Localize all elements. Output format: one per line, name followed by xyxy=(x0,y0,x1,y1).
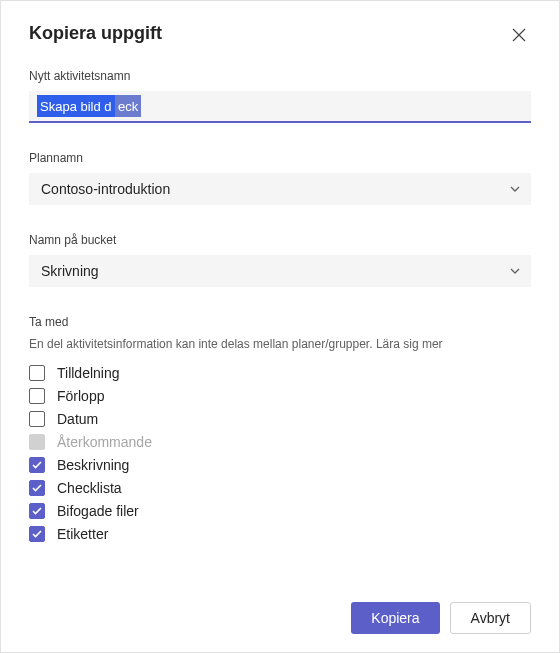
bucket-name-field: Namn på bucket Skrivning xyxy=(29,233,531,287)
bucket-name-value: Skrivning xyxy=(41,263,99,279)
checkbox[interactable] xyxy=(29,480,45,496)
include-option[interactable]: Tilldelning xyxy=(29,365,531,381)
learn-more-link[interactable]: Lära sig mer xyxy=(376,337,443,351)
activity-name-selected-text: Skapa bild d xyxy=(37,95,115,117)
include-option[interactable]: Förlopp xyxy=(29,388,531,404)
include-option: Återkommande xyxy=(29,434,531,450)
bucket-name-select[interactable]: Skrivning xyxy=(29,255,531,287)
include-option[interactable]: Datum xyxy=(29,411,531,427)
chevron-down-icon xyxy=(509,183,521,195)
checkbox[interactable] xyxy=(29,457,45,473)
include-option[interactable]: Bifogade filer xyxy=(29,503,531,519)
include-option-label: Förlopp xyxy=(57,388,104,404)
include-option-label: Datum xyxy=(57,411,98,427)
include-checklist: TilldelningFörloppDatumÅterkommandeBeskr… xyxy=(29,365,531,542)
checkbox[interactable] xyxy=(29,526,45,542)
cancel-button[interactable]: Avbryt xyxy=(450,602,531,634)
include-option-label: Bifogade filer xyxy=(57,503,139,519)
include-option-label: Återkommande xyxy=(57,434,152,450)
include-option-label: Beskrivning xyxy=(57,457,129,473)
activity-name-rest-text: eck xyxy=(115,95,141,117)
include-label: Ta med xyxy=(29,315,531,329)
chevron-down-icon xyxy=(509,265,521,277)
copy-button[interactable]: Kopiera xyxy=(351,602,439,634)
include-section: Ta med En del aktivitetsinformation kan … xyxy=(29,315,531,542)
dialog-footer: Kopiera Avbryt xyxy=(351,602,531,634)
include-option[interactable]: Etiketter xyxy=(29,526,531,542)
include-option-label: Etiketter xyxy=(57,526,108,542)
close-icon xyxy=(511,27,527,43)
close-button[interactable] xyxy=(507,23,531,47)
activity-name-label: Nytt aktivitetsnamn xyxy=(29,69,531,83)
checkbox xyxy=(29,434,45,450)
activity-name-field: Nytt aktivitetsnamn Skapa bild d eck xyxy=(29,69,531,123)
plan-name-label: Plannamn xyxy=(29,151,531,165)
checkbox[interactable] xyxy=(29,411,45,427)
checkbox[interactable] xyxy=(29,503,45,519)
include-option[interactable]: Beskrivning xyxy=(29,457,531,473)
plan-name-field: Plannamn Contoso-introduktion xyxy=(29,151,531,205)
bucket-name-label: Namn på bucket xyxy=(29,233,531,247)
include-description: En del aktivitetsinformation kan inte de… xyxy=(29,337,531,351)
activity-name-input[interactable]: Skapa bild d eck xyxy=(29,91,531,123)
include-description-text: En del aktivitetsinformation kan inte de… xyxy=(29,337,376,351)
include-option-label: Checklista xyxy=(57,480,122,496)
plan-name-select[interactable]: Contoso-introduktion xyxy=(29,173,531,205)
dialog-title: Kopiera uppgift xyxy=(29,23,162,44)
include-option[interactable]: Checklista xyxy=(29,480,531,496)
include-option-label: Tilldelning xyxy=(57,365,120,381)
checkbox[interactable] xyxy=(29,388,45,404)
checkbox[interactable] xyxy=(29,365,45,381)
copy-task-dialog: Kopiera uppgift Nytt aktivitetsnamn Skap… xyxy=(1,1,559,652)
plan-name-value: Contoso-introduktion xyxy=(41,181,170,197)
dialog-header: Kopiera uppgift xyxy=(29,23,531,47)
